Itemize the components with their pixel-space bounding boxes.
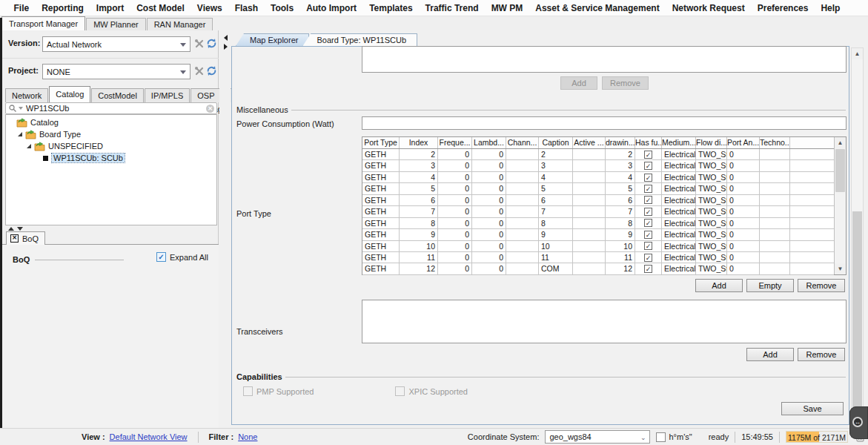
- search-input[interactable]: WP11SCUb ✕: [5, 102, 217, 114]
- project-combo[interactable]: NONE: [42, 64, 191, 79]
- port-type-table[interactable]: Port TypeIndexFreque...Lambd...Chann...C…: [362, 136, 847, 275]
- table-row[interactable]: GETH1200COM12✓Electrical...TWO_St...0: [362, 263, 834, 274]
- column-header-techno[interactable]: Techno...: [760, 137, 790, 148]
- main-scrollbar[interactable]: ▲ ▼: [851, 47, 864, 423]
- refresh-sync-icon[interactable]: [206, 65, 218, 77]
- perspective-tab-ran-manager[interactable]: RAN Manager: [147, 18, 213, 30]
- menu-item-help[interactable]: Help: [815, 0, 847, 16]
- configure-tools-icon[interactable]: [193, 65, 205, 77]
- collapse-right-icon[interactable]: [224, 44, 228, 50]
- power-consumption-field[interactable]: [362, 116, 847, 130]
- menu-item-mw-pm[interactable]: MW PM: [485, 0, 529, 16]
- main-tab-map-explorer[interactable]: Map Explorer: [236, 33, 309, 46]
- checkbox-checked-icon[interactable]: ✓: [644, 174, 652, 182]
- expand-all-checkbox[interactable]: ✓ Expand All: [156, 252, 208, 262]
- save-button[interactable]: Save: [781, 402, 844, 415]
- menu-item-reporting[interactable]: Reporting: [36, 0, 90, 16]
- remove-button[interactable]: Remove: [798, 348, 845, 361]
- table-row[interactable]: GETH60066✓Electrical...TWO_St...0: [362, 195, 834, 206]
- close-icon[interactable]: ✕: [10, 234, 19, 243]
- transceivers-box[interactable]: [362, 300, 847, 343]
- column-header-index[interactable]: Index: [400, 137, 438, 148]
- menu-item-import[interactable]: Import: [90, 0, 130, 16]
- table-row[interactable]: GETH30033✓Electrical...TWO_St...0: [362, 160, 834, 171]
- column-header-active[interactable]: Active ...: [573, 137, 606, 148]
- search-options-caret-icon[interactable]: [19, 107, 23, 110]
- collapse-left-icon[interactable]: [224, 35, 228, 41]
- refresh-sync-icon[interactable]: [206, 38, 218, 50]
- configure-tools-icon[interactable]: [193, 38, 205, 50]
- add-button[interactable]: Add: [695, 279, 743, 292]
- panel-resize-arrows[interactable]: [8, 227, 23, 231]
- main-tab-board-type-wp11scub[interactable]: Board Type: WP11SCUb: [302, 33, 417, 46]
- menu-item-network-request[interactable]: Network Request: [666, 0, 751, 16]
- memory-usage-indicator[interactable]: 1175M of 2171M: [786, 431, 848, 443]
- menu-item-asset-service-management[interactable]: Asset & Service Management: [529, 0, 666, 16]
- remove-button[interactable]: Remove: [798, 279, 845, 292]
- top-list-box[interactable]: [362, 46, 847, 73]
- table-row[interactable]: GETH10001010✓Electrical...TWO_St...0: [362, 241, 834, 252]
- checkbox-checked-icon[interactable]: ✓: [644, 196, 652, 204]
- checkbox-checked-icon[interactable]: ✓: [644, 231, 652, 239]
- menu-item-views[interactable]: Views: [191, 0, 228, 16]
- column-header-port-an[interactable]: Port An...: [727, 137, 760, 148]
- checkbox-checked-icon[interactable]: ✓: [644, 242, 652, 250]
- tree-expander-icon[interactable]: [18, 132, 22, 136]
- sidebar-tab-network[interactable]: Network: [5, 88, 48, 102]
- sidebar-tab-costmodel[interactable]: CostModel: [91, 88, 144, 102]
- scrollbar-thumb[interactable]: [835, 149, 845, 192]
- column-header-port-type[interactable]: Port Type: [362, 137, 400, 148]
- scroll-up-icon[interactable]: ▲: [835, 137, 846, 148]
- column-header-caption[interactable]: Caption: [539, 137, 573, 148]
- boq-tab[interactable]: ✕ BoQ: [6, 231, 45, 245]
- panel-splitter[interactable]: [219, 30, 231, 428]
- scroll-up-icon[interactable]: ▲: [852, 48, 863, 59]
- menu-item-traffic-trend[interactable]: Traffic Trend: [419, 0, 485, 16]
- column-header-medium[interactable]: Medium...: [662, 137, 696, 148]
- table-row[interactable]: GETH40044✓Electrical...TWO_St...0: [362, 172, 834, 183]
- checkbox-checked-icon[interactable]: ✓: [644, 219, 652, 227]
- tree-item-unspecified[interactable]: UNSPECIFIED: [6, 140, 216, 152]
- tree-item-wp11scub-scub[interactable]: WP11SCUb: SCUb: [6, 152, 216, 164]
- clear-search-icon[interactable]: ✕: [206, 105, 214, 113]
- table-row[interactable]: GETH50055✓Electrical...TWO_St...0: [362, 183, 834, 194]
- view-link[interactable]: Default Network View: [110, 432, 188, 441]
- sidebar-tab-ip-mpls[interactable]: IP/MPLS: [145, 88, 190, 102]
- menu-item-preferences[interactable]: Preferences: [751, 0, 815, 16]
- tree-expander-icon[interactable]: [27, 144, 31, 148]
- perspective-tab-transport-manager[interactable]: Transport Manager: [1, 16, 85, 30]
- checkbox-checked-icon[interactable]: ✓: [644, 185, 652, 193]
- hms-checkbox[interactable]: h°m's": [656, 432, 692, 442]
- version-combo[interactable]: Actual Network: [42, 36, 191, 52]
- table-row[interactable]: GETH90099✓Electrical...TWO_St...0: [362, 229, 834, 240]
- menu-item-cost-model[interactable]: Cost Model: [130, 0, 191, 16]
- menu-item-templates[interactable]: Templates: [363, 0, 419, 16]
- checkbox-checked-icon[interactable]: ✓: [644, 208, 652, 216]
- table-row[interactable]: GETH11001111✓Electrical...TWO_St...0: [362, 252, 834, 263]
- filter-link[interactable]: None: [238, 432, 257, 441]
- column-header-has-fu[interactable]: Has fu...: [635, 137, 662, 148]
- menu-item-auto-import[interactable]: Auto Import: [300, 0, 363, 16]
- column-header-freque[interactable]: Freque...: [438, 137, 472, 148]
- column-header-flow-di[interactable]: Flow di...: [696, 137, 727, 148]
- remote-control-edge-widget[interactable]: ↔: [849, 406, 868, 439]
- scrollbar-thumb[interactable]: [852, 211, 862, 413]
- perspective-tab-mw-planner[interactable]: MW Planner: [86, 18, 146, 30]
- sidebar-tab-catalog[interactable]: Catalog: [49, 86, 90, 102]
- table-row[interactable]: GETH80088✓Electrical...TWO_St...0: [362, 218, 834, 229]
- menu-item-tools[interactable]: Tools: [265, 0, 300, 16]
- checkbox-checked-icon[interactable]: ✓: [644, 162, 652, 170]
- menu-item-file[interactable]: File: [7, 0, 36, 16]
- empty-button[interactable]: Empty: [746, 279, 794, 292]
- column-header-lambd[interactable]: Lambd...: [472, 137, 506, 148]
- checkbox-checked-icon[interactable]: ✓: [644, 265, 652, 273]
- menu-item-flash[interactable]: Flash: [228, 0, 264, 16]
- table-scrollbar[interactable]: ▲ ▼: [834, 137, 846, 274]
- add-button[interactable]: Add: [746, 348, 794, 361]
- table-row[interactable]: GETH70077✓Electrical...TWO_St...0: [362, 206, 834, 217]
- scroll-down-icon[interactable]: ▼: [835, 263, 846, 274]
- table-row[interactable]: GETH20022✓Electrical...TWO_St...0: [362, 149, 834, 160]
- tree-item-catalog[interactable]: Catalog: [6, 116, 216, 128]
- column-header-drawin[interactable]: drawin...: [606, 137, 635, 148]
- column-header-chann[interactable]: Chann...: [506, 137, 539, 148]
